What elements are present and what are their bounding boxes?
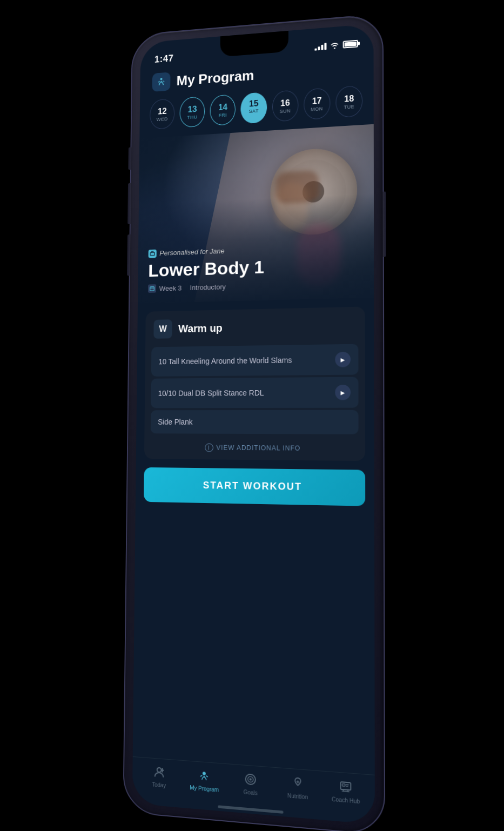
header-icon	[152, 72, 170, 91]
date-item-tue[interactable]: 18 TUE	[335, 85, 362, 118]
view-additional-label: VIEW ADDITIONAL INFO	[216, 444, 300, 452]
week-text: Week 3	[159, 284, 182, 292]
start-btn-wrap: START WORKOUT	[135, 459, 374, 518]
tab-nutrition-label: Nutrition	[287, 793, 307, 801]
phone-frame: 1:47	[123, 14, 385, 831]
program-icon	[197, 767, 212, 784]
tab-today-label: Today	[152, 781, 166, 788]
signal-icon	[314, 42, 326, 50]
date-dot	[252, 115, 255, 117]
volume-down-button	[127, 234, 130, 276]
exercise-name-3: Side Plank	[158, 418, 351, 427]
play-button-2[interactable]: ▶	[335, 385, 351, 400]
date-item-sun[interactable]: 16 SUN	[272, 90, 298, 122]
warmup-icon: W	[153, 319, 172, 339]
svg-point-0	[160, 78, 162, 80]
goals-icon	[243, 771, 258, 788]
exercise-item-3[interactable]: Side Plank	[150, 410, 358, 434]
week-icon	[147, 284, 156, 293]
today-icon	[151, 764, 166, 781]
warmup-section: W Warm up 10 Tall Kneeling Around the Wo…	[144, 306, 365, 461]
date-item-mon[interactable]: 17 MON	[303, 88, 330, 120]
tab-coach-hub[interactable]: Coach Hub	[328, 778, 362, 805]
svg-point-6	[203, 772, 206, 775]
warmup-header: W Warm up	[145, 306, 365, 345]
workout-hero: Personalised for Jane Lower Body 1	[137, 124, 373, 304]
coach-hub-icon	[338, 778, 353, 795]
status-time: 1:47	[154, 53, 173, 65]
tab-coach-hub-label: Coach Hub	[331, 796, 360, 805]
power-button	[382, 191, 386, 257]
svg-rect-2	[150, 287, 154, 291]
nutrition-icon	[290, 775, 305, 792]
personalised-text: Personalised for Jane	[159, 247, 224, 257]
exercise-item-1[interactable]: 10 Tall Kneeling Around the World Slams …	[151, 344, 358, 377]
week-meta: Week 3	[147, 284, 181, 293]
phone-wrapper: 1:47	[123, 14, 385, 831]
mute-button	[128, 147, 131, 170]
battery-icon	[342, 40, 358, 49]
personalised-icon	[148, 249, 156, 258]
tab-goals[interactable]: Goals	[234, 770, 267, 798]
play-button-1[interactable]: ▶	[335, 352, 351, 367]
date-item-fri[interactable]: 14 FRI	[210, 94, 236, 126]
svg-rect-1	[150, 252, 154, 256]
exercise-name-1: 10 Tall Kneeling Around the World Slams	[158, 355, 335, 366]
volume-up-button	[127, 183, 131, 224]
exercise-item-2[interactable]: 10/10 Dual DB Split Stance RDL ▶	[151, 377, 358, 408]
main-content: My Program 12 WED 13 THU 14 FRI	[132, 52, 374, 775]
tab-nutrition[interactable]: Nutrition	[281, 774, 314, 801]
svg-point-3	[157, 768, 161, 773]
page-title: My Program	[176, 67, 254, 89]
view-additional-button[interactable]: i VIEW ADDITIONAL INFO	[144, 435, 365, 461]
status-icons	[314, 40, 358, 51]
wifi-icon	[330, 41, 339, 49]
hero-content: Personalised for Jane Lower Body 1	[147, 242, 362, 293]
level-text: Introductory	[190, 283, 225, 292]
tab-today[interactable]: Today	[143, 763, 175, 789]
warmup-title: Warm up	[178, 322, 222, 335]
date-item-thu[interactable]: 13 THU	[179, 96, 205, 128]
date-item-sat[interactable]: 15 SAT	[240, 92, 266, 124]
exercise-name-2: 10/10 Dual DB Split Stance RDL	[158, 388, 335, 398]
svg-rect-11	[342, 784, 345, 787]
tab-program-label: My Program	[190, 785, 219, 793]
start-workout-button[interactable]: START WORKOUT	[144, 467, 365, 506]
date-item-wed[interactable]: 12 WED	[150, 98, 175, 130]
tab-goals-label: Goals	[243, 789, 257, 796]
info-icon: i	[204, 444, 213, 452]
screen: 1:47	[132, 24, 374, 825]
workout-title: Lower Body 1	[148, 253, 362, 280]
svg-point-9	[249, 778, 251, 780]
tab-my-program[interactable]: My Program	[188, 767, 220, 793]
